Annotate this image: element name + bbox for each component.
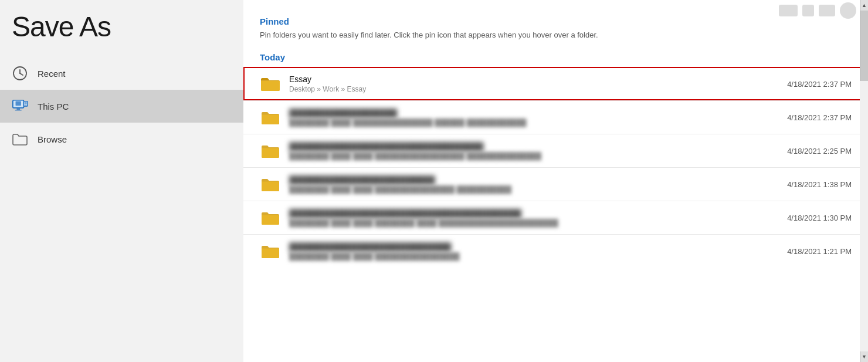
folder-6-text: ██████████████████████████████ ████████ …	[289, 242, 775, 260]
folder-5-date: 4/18/2021 1:30 PM	[787, 214, 852, 222]
folder-3-date: 4/18/2021 2:25 PM	[787, 147, 852, 155]
svg-rect-8	[25, 102, 27, 104]
folder-essay-date: 4/18/2021 2:37 PM	[787, 80, 852, 89]
sidebar-item-this-pc-label: This PC	[38, 102, 69, 111]
folder-item-4[interactable]: ███████████████████████████ ████████ ███…	[243, 167, 868, 201]
scrollbar-track[interactable]: ▲ ▼	[860, 0, 868, 362]
computer-icon	[12, 98, 28, 114]
svg-rect-4	[16, 102, 21, 106]
folder-item-2[interactable]: ████████████████████ ████████ ████ █████…	[243, 100, 868, 134]
content-scroll-area[interactable]: Pinned Pin folders you want to easily fi…	[243, 0, 868, 362]
sidebar-item-recent[interactable]: Recent	[0, 57, 243, 90]
folder-4-name: ███████████████████████████	[289, 175, 775, 184]
pinned-section-header: Pinned	[243, 12, 868, 29]
folder-essay-name: Essay	[289, 75, 775, 84]
top-icon-2[interactable]	[802, 5, 814, 16]
folder-6-path: ████████ ████ ████ █████████████████	[289, 252, 775, 260]
sidebar-item-browse-label: Browse	[38, 134, 67, 144]
folder-2-name: ████████████████████	[289, 109, 775, 117]
folder-6-date: 4/18/2021 1:21 PM	[787, 247, 852, 256]
folder-5-text: ████████████████████████████████████████…	[289, 209, 775, 227]
scrollbar-arrow-down[interactable]: ▼	[860, 351, 868, 362]
sidebar-item-this-pc[interactable]: This PC	[0, 90, 243, 123]
folder-2-text: ████████████████████ ████████ ████ █████…	[289, 109, 775, 127]
top-right-icons	[779, 2, 856, 19]
folder-essay-path: Desktop » Work » Essay	[289, 85, 775, 93]
folder-4-path: ████████ ████ ████ ████████████████ ████…	[289, 185, 775, 194]
folder-3-name: ████████████████████████████████████	[289, 142, 775, 151]
pinned-section-desc: Pin folders you want to easily find late…	[243, 29, 868, 48]
top-icon-3[interactable]	[819, 5, 835, 16]
folder-5-name: ████████████████████████████████████████…	[289, 209, 775, 218]
folder-icon-5	[260, 207, 281, 228]
top-icon-1[interactable]	[779, 5, 798, 16]
today-section-header: Today	[243, 48, 868, 67]
clock-icon	[12, 65, 28, 82]
folder-item-essay[interactable]: Essay Desktop » Work » Essay 4/18/2021 2…	[243, 67, 868, 100]
folder-2-date: 4/18/2021 2:37 PM	[787, 113, 852, 122]
top-icon-4[interactable]	[840, 2, 856, 19]
folder-item-5[interactable]: ████████████████████████████████████████…	[243, 201, 868, 234]
svg-rect-6	[15, 110, 22, 110]
folder-icon-3	[260, 140, 281, 161]
folder-icon-2	[260, 107, 281, 128]
folder-4-date: 4/18/2021 1:38 PM	[787, 180, 852, 189]
sidebar-item-recent-label: Recent	[38, 69, 66, 79]
folder-3-text: ████████████████████████████████████ ███…	[289, 142, 775, 160]
page-title: Save As	[0, 0, 243, 57]
folder-item-6[interactable]: ██████████████████████████████ ████████ …	[243, 234, 868, 268]
svg-rect-5	[16, 109, 20, 110]
folder-4-text: ███████████████████████████ ████████ ███…	[289, 175, 775, 194]
folder-item-3[interactable]: ████████████████████████████████████ ███…	[243, 134, 868, 167]
folder-essay-text: Essay Desktop » Work » Essay	[289, 75, 775, 93]
svg-rect-9	[25, 105, 27, 106]
svg-line-2	[20, 73, 23, 75]
folder-icon-essay	[260, 73, 281, 94]
sidebar: Save As Recent This PC	[0, 0, 243, 362]
sidebar-item-browse[interactable]: Browse	[0, 123, 243, 155]
folder-icon-4	[260, 174, 281, 195]
folder-6-name: ██████████████████████████████	[289, 242, 775, 251]
scrollbar-thumb[interactable]	[860, 11, 868, 81]
folder-icon-6	[260, 241, 281, 262]
content-area: Pinned Pin folders you want to easily fi…	[243, 0, 868, 362]
folder-3-path: ████████ ████ ████ ██████████████████ ██…	[289, 152, 775, 160]
browse-folder-icon	[12, 131, 28, 147]
folder-2-path: ████████ ████ ████████████████ ██████ ██…	[289, 119, 775, 127]
folder-5-path: ████████ ████ ████ ████████ ████ ███████…	[289, 219, 775, 227]
scrollbar-arrow-up[interactable]: ▲	[860, 0, 868, 11]
